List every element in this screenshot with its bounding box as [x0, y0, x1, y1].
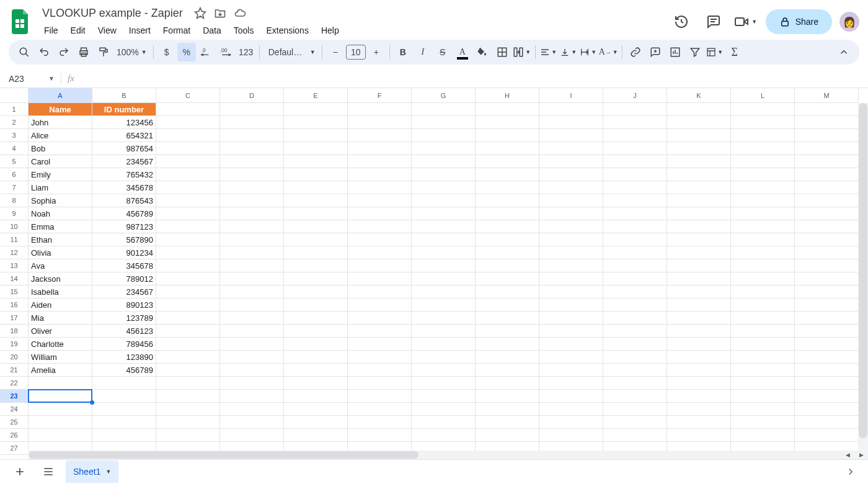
- row-header-4[interactable]: 4: [0, 142, 28, 155]
- cell[interactable]: [539, 129, 603, 142]
- more-formats-button[interactable]: 123: [237, 43, 255, 61]
- cell[interactable]: [795, 207, 858, 220]
- cell[interactable]: [284, 246, 348, 259]
- cell[interactable]: [667, 168, 731, 181]
- cell[interactable]: Carol: [29, 155, 92, 168]
- cell[interactable]: [539, 442, 603, 451]
- cell[interactable]: [348, 325, 412, 338]
- cell[interactable]: [220, 390, 284, 403]
- cell[interactable]: Olivia: [29, 246, 92, 259]
- cell[interactable]: Aiden: [29, 299, 92, 312]
- cell[interactable]: [412, 233, 476, 246]
- row-header-5[interactable]: 5: [0, 155, 28, 168]
- cell[interactable]: [539, 116, 603, 129]
- cell[interactable]: [220, 403, 284, 416]
- cell[interactable]: [156, 272, 220, 285]
- cell[interactable]: [731, 272, 795, 285]
- cell[interactable]: [284, 168, 348, 181]
- cell[interactable]: [156, 390, 220, 403]
- paint-format-icon[interactable]: [94, 43, 113, 61]
- column-header-H[interactable]: H: [476, 88, 539, 102]
- cell[interactable]: [156, 207, 220, 220]
- cell[interactable]: [476, 299, 539, 312]
- cell[interactable]: [348, 442, 412, 451]
- cell[interactable]: [539, 207, 603, 220]
- strikethrough-button[interactable]: S: [433, 43, 452, 61]
- cell[interactable]: [603, 129, 667, 142]
- row-header-23[interactable]: 23: [0, 390, 28, 403]
- comments-icon[interactable]: [701, 9, 726, 34]
- cell[interactable]: [731, 246, 795, 259]
- cell[interactable]: [284, 220, 348, 233]
- menu-edit[interactable]: Edit: [65, 23, 91, 38]
- column-header-E[interactable]: E: [284, 88, 348, 102]
- cell[interactable]: [348, 103, 412, 116]
- cell[interactable]: [284, 312, 348, 325]
- cell[interactable]: [92, 377, 156, 390]
- cell[interactable]: [92, 429, 156, 442]
- cell[interactable]: [667, 272, 731, 285]
- cell[interactable]: [412, 116, 476, 129]
- cell[interactable]: [603, 259, 667, 272]
- row-header-19[interactable]: 19: [0, 338, 28, 351]
- cell[interactable]: [539, 181, 603, 194]
- cell[interactable]: [476, 246, 539, 259]
- vertical-align-button[interactable]: ▼: [559, 43, 578, 61]
- column-header-A[interactable]: A: [29, 88, 92, 102]
- cell[interactable]: [476, 194, 539, 207]
- cell[interactable]: [220, 299, 284, 312]
- cell[interactable]: [667, 246, 731, 259]
- cell[interactable]: [412, 207, 476, 220]
- cell[interactable]: [412, 403, 476, 416]
- cell[interactable]: [412, 142, 476, 155]
- cell[interactable]: [284, 377, 348, 390]
- cell[interactable]: [795, 181, 858, 194]
- cell[interactable]: [603, 351, 667, 364]
- cell[interactable]: [667, 259, 731, 272]
- cell[interactable]: [603, 103, 667, 116]
- cell[interactable]: [539, 259, 603, 272]
- scroll-right-icon[interactable]: ▶: [854, 451, 868, 459]
- cell[interactable]: [603, 220, 667, 233]
- row-header-25[interactable]: 25: [0, 416, 28, 429]
- cell[interactable]: [603, 272, 667, 285]
- row-header-7[interactable]: 7: [0, 181, 28, 194]
- cell[interactable]: [603, 155, 667, 168]
- cell[interactable]: [795, 442, 858, 451]
- cell[interactable]: Alice: [29, 129, 92, 142]
- cell[interactable]: [284, 416, 348, 429]
- cell[interactable]: [603, 233, 667, 246]
- cell[interactable]: [795, 168, 858, 181]
- column-header-K[interactable]: K: [667, 88, 731, 102]
- cell[interactable]: [603, 116, 667, 129]
- cell[interactable]: [156, 377, 220, 390]
- row-header-21[interactable]: 21: [0, 364, 28, 377]
- cell[interactable]: [284, 390, 348, 403]
- cell[interactable]: [795, 338, 858, 351]
- cell[interactable]: Name: [29, 103, 92, 116]
- cell[interactable]: [284, 103, 348, 116]
- column-header-I[interactable]: I: [539, 88, 603, 102]
- cell[interactable]: [603, 168, 667, 181]
- text-rotation-button[interactable]: A→▼: [599, 43, 618, 61]
- cell[interactable]: [731, 299, 795, 312]
- cell[interactable]: 456123: [92, 325, 156, 338]
- row-header-22[interactable]: 22: [0, 377, 28, 390]
- cell[interactable]: [220, 416, 284, 429]
- cell[interactable]: [284, 129, 348, 142]
- cell[interactable]: [476, 442, 539, 451]
- cell[interactable]: [667, 429, 731, 442]
- cell[interactable]: [284, 338, 348, 351]
- table-views-button[interactable]: ▼: [706, 43, 724, 61]
- cell[interactable]: [476, 103, 539, 116]
- menu-data[interactable]: Data: [197, 23, 227, 38]
- cell[interactable]: [220, 103, 284, 116]
- cell[interactable]: [731, 103, 795, 116]
- sheets-logo-icon[interactable]: [9, 9, 33, 34]
- cell[interactable]: [156, 312, 220, 325]
- cell[interactable]: [603, 403, 667, 416]
- cell[interactable]: [667, 116, 731, 129]
- borders-button[interactable]: [493, 43, 512, 61]
- cell[interactable]: [667, 103, 731, 116]
- cell[interactable]: [412, 220, 476, 233]
